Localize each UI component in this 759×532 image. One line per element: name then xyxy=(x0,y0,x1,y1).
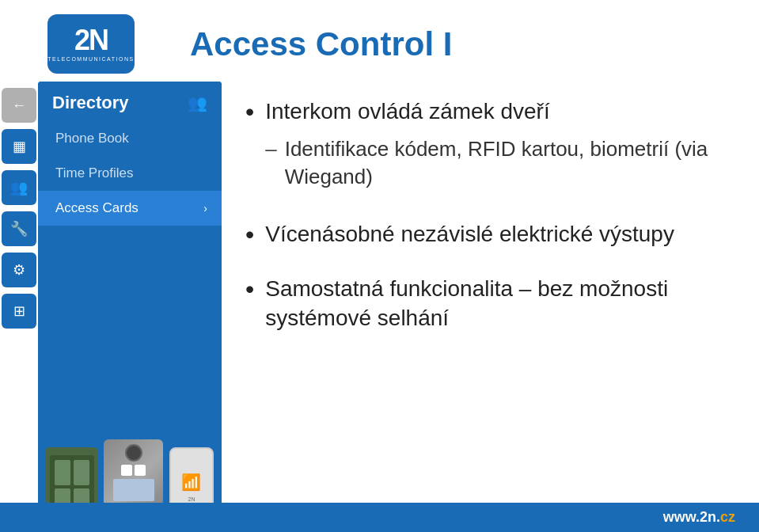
nav-label-phonebook: Phone Book xyxy=(55,131,129,146)
logo-2n: 2N xyxy=(74,26,108,55)
camera-circle xyxy=(125,444,142,462)
bullet-list: Interkom ovládá zámek dveří Identifikace… xyxy=(245,97,727,356)
rfid-symbol: 📶 xyxy=(181,473,201,492)
btn-sq-2 xyxy=(135,465,146,476)
sub-text-1: Identifikace kódem, RFID kartou, biometr… xyxy=(285,135,727,191)
users-icon-btn[interactable]: 👥 xyxy=(2,170,36,205)
title-text: Access Control I xyxy=(190,25,735,63)
bullet-item-3: Samostatná funkcionalita – bez možnosti … xyxy=(245,275,727,332)
nav-label-timeprofiles: Time Profiles xyxy=(55,165,134,181)
footer-url-highlight: cz xyxy=(720,509,735,525)
pcb-chip-2 xyxy=(74,460,89,485)
chevron-icon: › xyxy=(203,202,207,215)
header: 2N TELECOMMUNICATIONS Access Control I xyxy=(0,0,759,82)
bullet-text-3: Samostatná funkcionalita – bez možnosti … xyxy=(265,275,727,332)
main-area: ← ▦ 👥 🔧 ⚙ ⊞ Directory 👥 Phone Book xyxy=(0,82,759,532)
screen-area xyxy=(113,479,154,501)
nav-item-timeprofiles[interactable]: Time Profiles xyxy=(38,156,222,191)
content-area: Interkom ovládá zámek dveří Identifikace… xyxy=(222,82,759,532)
nav-item-accesscards[interactable]: Access Cards › xyxy=(38,191,222,226)
grid-icon-btn[interactable]: ⊞ xyxy=(2,294,36,329)
bullet-text-2: Vícenásobné nezávislé elektrické výstupy xyxy=(265,220,727,249)
wrench-icon-btn[interactable]: 🔧 xyxy=(2,211,36,246)
nav-label-accesscards: Access Cards xyxy=(55,200,139,216)
directory-icon: 👥 xyxy=(188,93,207,112)
pcb-chip-1 xyxy=(55,460,70,485)
directory-header: Directory 👥 xyxy=(38,82,222,121)
sidebar-icons: ← ▦ 👥 🔧 ⚙ ⊞ xyxy=(0,82,38,532)
sidebar: ← ▦ 👥 🔧 ⚙ ⊞ Directory 👥 Phone Book xyxy=(0,82,222,532)
back-button[interactable]: ← xyxy=(2,88,36,123)
dashboard-icon-btn[interactable]: ▦ xyxy=(2,129,36,164)
logo-telecom: TELECOMMUNICATIONS xyxy=(47,56,134,62)
button-row xyxy=(121,465,146,476)
sidebar-nav: Directory 👥 Phone Book Time Profiles Acc… xyxy=(38,82,222,532)
footer-url-plain: www.2n. xyxy=(663,509,720,525)
bullet-text-1: Interkom ovládá zámek dveří Identifikace… xyxy=(265,97,727,196)
logo-area: 2N TELECOMMUNICATIONS xyxy=(24,14,158,74)
bullet-item-1: Interkom ovládá zámek dveří Identifikace… xyxy=(245,97,727,196)
sub-item-1: Identifikace kódem, RFID kartou, biometr… xyxy=(265,135,727,191)
footer: www.2n.cz xyxy=(0,503,759,532)
nav-item-phonebook[interactable]: Phone Book xyxy=(38,121,222,156)
bullet-item-2: Vícenásobné nezávislé elektrické výstupy xyxy=(245,220,727,252)
rfid-label: 2N xyxy=(188,496,195,502)
logo-box: 2N TELECOMMUNICATIONS xyxy=(47,14,135,74)
btn-sq-1 xyxy=(121,465,132,476)
directory-label: Directory xyxy=(52,93,129,113)
page-title: Access Control I xyxy=(158,25,735,63)
sidebar-wrapper: ← ▦ 👥 🔧 ⚙ ⊞ Directory 👥 Phone Book xyxy=(0,82,222,532)
nav-items: Phone Book Time Profiles Access Cards › xyxy=(38,121,222,226)
settings-icon-btn[interactable]: ⚙ xyxy=(2,253,36,287)
sub-list-1: Identifikace kódem, RFID kartou, biometr… xyxy=(265,135,727,191)
bullet1-main: Interkom ovládá zámek dveří xyxy=(265,99,550,124)
